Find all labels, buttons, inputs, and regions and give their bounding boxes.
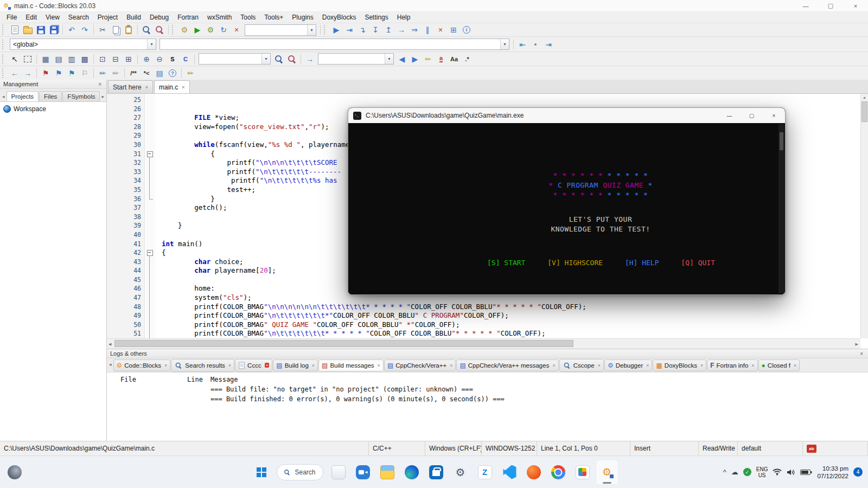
- wxsmith-source-button[interactable]: S: [166, 53, 179, 65]
- taskbar-app-window[interactable]: [327, 460, 350, 485]
- search-next-button[interactable]: ▶: [409, 53, 422, 65]
- save-all-button[interactable]: [47, 24, 60, 36]
- log-tab-close-cccc[interactable]: ×: [265, 363, 270, 368]
- run-button[interactable]: ▶: [191, 24, 204, 36]
- log-tab-closed-f[interactable]: ●Closed f×: [758, 359, 800, 371]
- log-tab-close-doxyblocks[interactable]: ×: [700, 363, 703, 368]
- log-tab-search-results[interactable]: Search results×: [171, 359, 234, 372]
- log-tab-cppcheck-vera-plus-plus-messages[interactable]: ▤CppCheck/Vera++ messages×: [456, 359, 558, 371]
- line-number-50[interactable]: 50: [107, 320, 145, 330]
- mgmt-tab-projects[interactable]: Projects: [7, 91, 39, 101]
- console-output[interactable]: * * * * * * * * * * ** C PROGRAM QUIZ GA…: [348, 123, 785, 294]
- line-number-30[interactable]: 30: [107, 140, 145, 150]
- log-message-row[interactable]: === Build finished: 0 error(s), 0 warnin…: [210, 395, 505, 403]
- abort-build-button[interactable]: ×: [230, 24, 243, 36]
- console-menu-highscore[interactable]: [V] HIGHSCORE: [547, 259, 603, 267]
- console-close-button[interactable]: ×: [763, 108, 785, 123]
- goto-button[interactable]: →: [303, 53, 316, 65]
- log-tab-close-cscope[interactable]: ×: [598, 363, 601, 368]
- wxsmith-rows-button[interactable]: ▤: [52, 53, 65, 65]
- wxsmith-pointer-button[interactable]: ↖: [8, 53, 21, 65]
- debugging-windows-button[interactable]: ⊞: [447, 24, 460, 36]
- new-file-button[interactable]: [8, 24, 21, 36]
- redo-button[interactable]: ↷: [78, 24, 91, 36]
- log-tab-close-build-log[interactable]: ×: [312, 363, 315, 368]
- console-minimize-button[interactable]: —: [718, 108, 741, 123]
- build-target-select[interactable]: ▾: [245, 24, 316, 36]
- taskbar-widgets[interactable]: [8, 456, 22, 488]
- zoom-out-button[interactable]: ⊖: [153, 53, 166, 65]
- run-to-cursor-button[interactable]: ⇥: [343, 24, 356, 36]
- console-scrollbar[interactable]: [778, 124, 784, 293]
- doxy-extract-button[interactable]: ▤: [153, 67, 166, 79]
- menu-item-tools-plus[interactable]: Tools+: [260, 12, 288, 23]
- line-number-29[interactable]: 29: [107, 131, 145, 140]
- step-out-button[interactable]: ↥: [382, 24, 395, 36]
- menu-item-edit[interactable]: Edit: [21, 12, 41, 23]
- line-number-37[interactable]: 37: [107, 203, 145, 213]
- console-menu-help[interactable]: [H] HELP: [625, 259, 659, 267]
- scroll-right-arrow[interactable]: ▶: [856, 342, 858, 346]
- taskbar-edge[interactable]: [400, 460, 423, 485]
- log-tab-debugger[interactable]: ⚙Debugger×: [604, 359, 653, 371]
- wifi-icon[interactable]: [773, 468, 782, 476]
- language-indicator[interactable]: ENG US: [756, 466, 768, 478]
- line-number-35[interactable]: 35: [107, 185, 145, 195]
- log-tab-cscope[interactable]: Cscope×: [559, 359, 604, 372]
- line-number-43[interactable]: 43: [107, 258, 145, 267]
- function-select[interactable]: ▾: [159, 38, 509, 50]
- wxsmith-window3-button[interactable]: ⊞: [122, 53, 135, 65]
- mgmt-tab-fsymbols[interactable]: FSymbols: [62, 91, 100, 101]
- toolbar-grip[interactable]: [2, 25, 7, 35]
- notification-badge[interactable]: 4: [853, 467, 863, 477]
- console-maximize-button[interactable]: ▢: [741, 108, 763, 123]
- debug-info-button[interactable]: i: [460, 24, 473, 36]
- log-tab-close-build-messages[interactable]: ×: [378, 363, 380, 368]
- window-close-button[interactable]: ×: [843, 0, 868, 12]
- menu-item-settings[interactable]: Settings: [360, 12, 392, 23]
- editor-tab-close-main-c[interactable]: ×: [182, 85, 184, 90]
- mgmt-tabs-scroll-right[interactable]: ▸: [100, 94, 105, 101]
- spellcheck-icon[interactable]: ab: [807, 445, 816, 453]
- log-tab-close-fortran-info[interactable]: ×: [751, 363, 754, 368]
- log-tab-build-messages[interactable]: ▤Build messages×: [318, 359, 384, 371]
- highlight-toggle-button[interactable]: ✏: [422, 53, 435, 65]
- search-term-select-dropdown-arrow[interactable]: ▾: [261, 54, 270, 64]
- format-source-button[interactable]: ✏: [96, 67, 109, 79]
- start-button[interactable]: [250, 460, 273, 485]
- editor-tab-start-here[interactable]: Start here×: [108, 80, 153, 93]
- log-tab-close-search-results[interactable]: ×: [228, 363, 231, 368]
- menu-item-debug[interactable]: Debug: [145, 12, 173, 23]
- log-tab-build-log[interactable]: ▤Build log×: [273, 359, 318, 371]
- menu-item-fortran[interactable]: Fortran: [173, 12, 203, 23]
- line-number-32[interactable]: 32: [107, 158, 145, 168]
- line-number-34[interactable]: 34: [107, 176, 145, 185]
- editor-vertical-scrollbar[interactable]: ▲: [860, 94, 868, 338]
- next-line-button[interactable]: ↴: [356, 24, 369, 36]
- code-line-49[interactable]: 49 printf(COLOR_BMAG"\n\t\t\t\t\t\t*"COL…: [107, 311, 860, 320]
- tree-item-workspace[interactable]: Workspace: [3, 105, 103, 113]
- window-minimize-button[interactable]: —: [793, 0, 818, 12]
- search-term-select[interactable]: ▾: [199, 53, 271, 65]
- mgmt-tab-files[interactable]: Files: [39, 91, 62, 101]
- menu-item-wxsmith[interactable]: wxSmith: [203, 12, 236, 23]
- management-close-button[interactable]: ×: [97, 81, 103, 87]
- log-tabs-scroll-left[interactable]: ◂: [108, 362, 113, 369]
- line-number-49[interactable]: 49: [107, 311, 145, 320]
- paste-button[interactable]: [122, 24, 135, 36]
- scope-select-dropdown-arrow[interactable]: ▾: [147, 39, 156, 49]
- next-bookmark-button[interactable]: ⚑: [65, 67, 78, 79]
- taskbar-vscode[interactable]: [498, 460, 521, 485]
- line-number-51[interactable]: 51: [107, 329, 145, 338]
- taskbar-chrome[interactable]: [547, 460, 570, 485]
- log-tab-close-cppcheck-vera-plus-plus-messages[interactable]: ×: [552, 363, 555, 368]
- log-tab-doxyblocks[interactable]: ▩DoxyBlocks×: [653, 359, 706, 371]
- fold-toggle[interactable]: [145, 150, 155, 159]
- rebuild-button[interactable]: ↻: [217, 24, 230, 36]
- line-number-27[interactable]: 27: [107, 113, 145, 123]
- console-scroll-thumb[interactable]: [780, 132, 783, 150]
- break-debugger-button[interactable]: ∥: [421, 24, 434, 36]
- line-number-33[interactable]: 33: [107, 168, 145, 177]
- search-prev-button[interactable]: ◀: [395, 53, 409, 65]
- build-target-select-dropdown-arrow[interactable]: ▾: [307, 25, 316, 35]
